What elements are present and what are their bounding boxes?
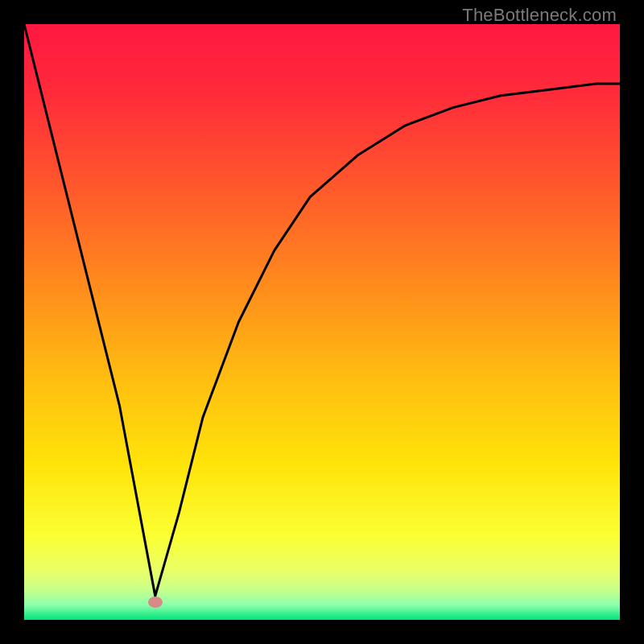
curve-layer [24,24,620,620]
chart-outer-frame: TheBottleneck.com [0,0,644,644]
minimum-marker [148,597,163,608]
watermark-text: TheBottleneck.com [462,5,617,26]
bottleneck-curve [24,24,620,596]
plot-area [24,24,620,620]
